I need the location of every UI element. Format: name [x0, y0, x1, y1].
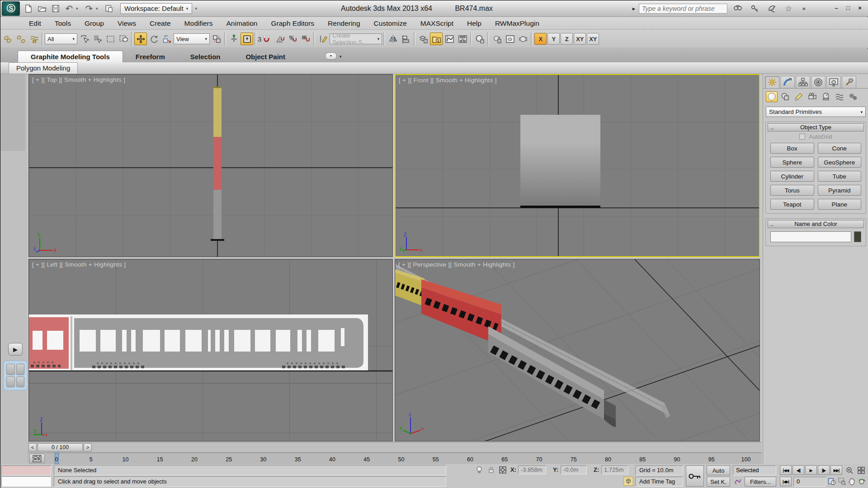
snaps-toggle-icon[interactable]: [260, 33, 273, 45]
previous-frame-arrow[interactable]: <: [28, 443, 37, 451]
menu-item[interactable]: Tools: [48, 17, 78, 29]
z-coord-field[interactable]: 1.725m: [601, 465, 628, 474]
key-filters-dropdown[interactable]: Selected: [733, 465, 776, 475]
set-keys-button[interactable]: [686, 465, 704, 487]
rectangular-selection-region-icon[interactable]: [104, 33, 117, 45]
window-crossing-icon[interactable]: [117, 33, 130, 45]
restrict-xy-button[interactable]: XY: [574, 33, 586, 45]
menu-item[interactable]: Help: [460, 17, 488, 29]
mirror-icon[interactable]: [387, 33, 399, 45]
viewport-front-label[interactable]: [ + ][ Front ][ Smooth + Highlights ]: [399, 77, 497, 84]
object-type-button[interactable]: Cylinder: [770, 171, 814, 182]
primitive-category-dropdown[interactable]: Standard Primitives ▾: [766, 107, 866, 117]
previous-frame-button[interactable]: ◀||: [793, 465, 804, 475]
go-to-start-button[interactable]: |◀◀: [780, 465, 792, 475]
auto-key-button[interactable]: Auto: [707, 465, 730, 475]
track-bar[interactable]: 0510152025303540455055606570758085909510…: [28, 452, 762, 464]
next-frame-button[interactable]: ||▶: [818, 465, 830, 475]
unlink-selection-icon[interactable]: [14, 33, 27, 45]
redo-icon[interactable]: ↷: [82, 3, 96, 14]
orbit-icon[interactable]: [857, 477, 867, 486]
zoom-region-icon[interactable]: [837, 477, 847, 486]
object-name-input[interactable]: [770, 231, 851, 242]
viewport-left-label[interactable]: [ + ][ Left ][ Smooth + Highlights ]: [32, 261, 126, 268]
lights-category-icon[interactable]: [793, 91, 805, 102]
absolute-relative-coords-icon[interactable]: [498, 465, 508, 474]
zoom-icon[interactable]: [844, 465, 855, 475]
panel-polygon-modeling[interactable]: Polygon Modeling: [9, 62, 78, 74]
time-configuration-icon[interactable]: [827, 477, 837, 486]
tab-utilities-icon[interactable]: [842, 76, 856, 88]
default-in-out-tangent-icon[interactable]: [733, 477, 743, 486]
bind-to-space-warp-icon[interactable]: [28, 33, 40, 45]
menu-item[interactable]: Edit: [22, 17, 48, 29]
keyboard-shortcut-override-icon[interactable]: [241, 33, 253, 45]
search-flyout-icon[interactable]: ▸: [632, 5, 635, 12]
select-and-rotate-icon[interactable]: [147, 33, 160, 45]
viewport-top-label[interactable]: [ + ][ Top ][ Smooth + Highlights ]: [32, 76, 125, 83]
viewport-layout-tabs[interactable]: [3, 361, 28, 390]
tab-motion-icon[interactable]: [811, 76, 826, 88]
named-selection-set-dropdown[interactable]: Create Selection S ▾: [330, 33, 382, 44]
train-side-blueprint[interactable]: [29, 259, 393, 441]
select-and-scale-icon[interactable]: [160, 33, 173, 45]
tab-display-icon[interactable]: [826, 76, 841, 88]
side-play-button[interactable]: ▶: [8, 343, 23, 356]
undo-dropdown-icon[interactable]: ▾: [76, 6, 80, 11]
close-button[interactable]: ×: [855, 5, 865, 13]
tab-hierarchy-icon[interactable]: [796, 76, 810, 88]
restrict-x-button[interactable]: X: [534, 33, 547, 45]
workspace-flyout-icon[interactable]: ▾: [195, 6, 199, 11]
select-and-link-icon[interactable]: [1, 33, 14, 45]
schematic-view-icon[interactable]: [456, 33, 469, 45]
object-type-button[interactable]: Tube: [818, 171, 862, 182]
isolate-selection-icon[interactable]: [623, 477, 633, 486]
tab-freeform[interactable]: Freeform: [123, 51, 178, 62]
current-frame-field[interactable]: 0: [793, 477, 826, 487]
tab-graphite-modeling-tools[interactable]: Graphite Modeling Tools: [18, 51, 123, 62]
object-type-button[interactable]: Cone: [818, 143, 862, 154]
selection-lock-icon[interactable]: [486, 465, 496, 474]
favorites-star-icon[interactable]: ☆: [783, 4, 794, 14]
reference-coordinate-dropdown[interactable]: View ▾: [174, 33, 210, 44]
train-top-gray-car[interactable]: [213, 190, 222, 240]
cameras-category-icon[interactable]: [807, 91, 818, 102]
restrict-z-button[interactable]: Z: [561, 33, 573, 45]
use-pivot-point-icon[interactable]: [210, 33, 223, 45]
rendered-frame-window-icon[interactable]: [504, 33, 516, 45]
communication-center-icon[interactable]: [765, 2, 779, 15]
help-search-input[interactable]: [639, 4, 727, 14]
train-top-red-car[interactable]: [213, 137, 222, 190]
autogrid-checkbox[interactable]: [799, 134, 805, 140]
edit-named-selection-sets-icon[interactable]: [316, 33, 329, 45]
pan-hand-icon[interactable]: [847, 477, 857, 486]
geometry-category-icon[interactable]: [766, 91, 778, 102]
go-to-end-button[interactable]: ▶▶|: [830, 465, 842, 475]
select-object-icon[interactable]: [78, 33, 90, 45]
object-type-button[interactable]: GeoSphere: [818, 157, 862, 168]
menu-item[interactable]: Customize: [367, 17, 414, 29]
perspective-scene[interactable]: [395, 259, 760, 441]
zoom-extents-all-icon[interactable]: [856, 465, 867, 475]
tab-modify-icon[interactable]: [780, 76, 795, 88]
select-and-move-icon[interactable]: [134, 33, 147, 45]
play-button[interactable]: ▶: [805, 465, 817, 475]
add-time-tag-button[interactable]: Add Time Tag: [635, 477, 683, 487]
viewport-front[interactable]: [ + ][ Front ][ Smooth + Highlights ] Z …: [395, 74, 760, 257]
menu-item[interactable]: Graph Editors: [264, 17, 321, 29]
train-front-body[interactable]: [520, 115, 600, 208]
menu-item[interactable]: Modifiers: [178, 17, 220, 29]
y-coord-field[interactable]: -0.0m: [561, 465, 587, 474]
restrict-y-button[interactable]: Y: [547, 33, 560, 45]
curve-editor-icon[interactable]: [443, 33, 456, 45]
menu-item[interactable]: Animation: [220, 17, 264, 29]
viewport-perspective-label[interactable]: [ + ][ Perspective ][ Smooth + Highlight…: [398, 261, 515, 268]
layer-manager-icon[interactable]: [417, 33, 429, 45]
undo-icon[interactable]: ↶: [62, 3, 76, 14]
save-icon[interactable]: [49, 3, 62, 14]
object-type-button[interactable]: Box: [770, 143, 814, 154]
angle-snap-icon[interactable]: [273, 33, 286, 45]
track-bar-ruler[interactable]: 0510152025303540455055606570758085909510…: [47, 453, 762, 464]
helpers-category-icon[interactable]: [820, 91, 832, 102]
menu-item[interactable]: Create: [143, 17, 178, 29]
